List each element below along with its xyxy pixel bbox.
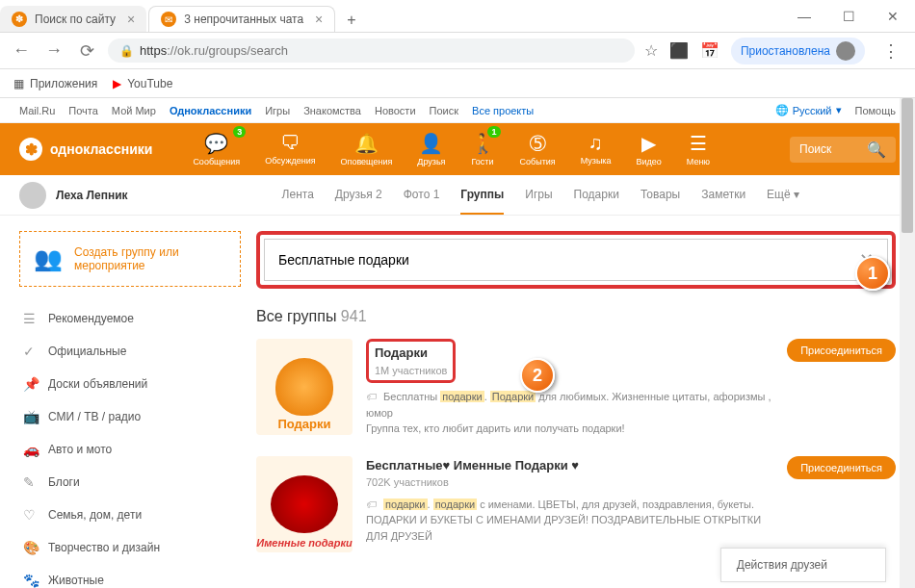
tab-1-close[interactable]: ×	[127, 12, 135, 27]
cat-blogs[interactable]: ✎Блоги	[19, 466, 241, 499]
result-1-title[interactable]: Подарки	[375, 344, 447, 363]
new-tab-button[interactable]: +	[337, 6, 365, 32]
results-column: ✕ Все группы 941 Подарки Подарки 1М учас…	[256, 231, 896, 588]
result-2-title[interactable]: Бесплатные♥ Именные Подарки ♥	[366, 456, 773, 475]
topnav-search[interactable]: Поиск	[430, 105, 458, 116]
back-button[interactable]: ←	[10, 40, 33, 61]
messages-icon: 💬	[204, 132, 228, 155]
search-icon: 🔍	[867, 141, 886, 159]
cat-family[interactable]: ♡Семья, дом, дети	[19, 499, 241, 531]
header-search[interactable]: 🔍	[790, 137, 896, 163]
cat-art[interactable]: 🎨Творчество и дизайн	[19, 531, 241, 564]
profile-tabs: Лента Друзья 2 Фото 1 Группы Игры Подарк…	[282, 176, 799, 215]
result-1-tags: 🏷 Бесплатны подарки. Подарки для любимых…	[366, 389, 773, 421]
topnav-mailru[interactable]: Mail.Ru	[19, 105, 55, 116]
edit-icon: ✎	[23, 474, 39, 490]
result-2-image[interactable]: Именные подарки	[256, 456, 353, 552]
user-name[interactable]: Леха Лепник	[56, 189, 128, 202]
check-icon: ✓	[23, 344, 39, 359]
nav-video[interactable]: ▶Видео	[625, 128, 673, 170]
cat-auto[interactable]: 🚗Авто и мото	[19, 433, 241, 466]
create-group-button[interactable]: 👥 Создать группу или мероприятие	[19, 231, 241, 287]
apps-label: Приложения	[30, 77, 97, 90]
menu-icon: ☰	[690, 132, 707, 155]
result-1-image[interactable]: Подарки	[256, 339, 353, 435]
nav-notifications[interactable]: 🔔Оповещения	[329, 128, 405, 170]
friends-actions-panel[interactable]: Действия друзей	[720, 548, 886, 582]
scrollbar[interactable]	[900, 98, 915, 588]
profile-badge[interactable]: Приостановлена	[731, 38, 865, 64]
nav-discussions[interactable]: 🗨Обсуждения	[253, 128, 327, 170]
language-selector[interactable]: 🌐Русский ▾	[775, 104, 842, 116]
list-icon: ☰	[23, 311, 39, 326]
tab-goods[interactable]: Товары	[640, 176, 680, 215]
cat-official[interactable]: ✓Официальные	[19, 335, 241, 368]
help-link[interactable]: Помощь	[855, 105, 897, 116]
maximize-button[interactable]: ☐	[826, 0, 871, 33]
topnav-news[interactable]: Новости	[375, 105, 416, 116]
palette-icon: 🎨	[23, 540, 39, 555]
sidebar: 👥 Создать группу или мероприятие ☰Рекоме…	[19, 231, 241, 588]
apps-icon: ▦	[13, 77, 24, 90]
hedgehog-icon	[275, 358, 333, 416]
tab-2[interactable]: ✉ 3 непрочитанных чата ×	[148, 6, 335, 32]
apps-button[interactable]: ▦ Приложения	[13, 77, 97, 90]
ok-header: ✽ одноклассники 💬3Сообщения 🗨Обсуждения …	[0, 123, 915, 175]
url-input[interactable]: 🔒 https://ok.ru/groups/search	[108, 38, 635, 63]
nav-music[interactable]: ♫Музыка	[569, 128, 623, 170]
cat-recommended[interactable]: ☰Рекомендуемое	[19, 302, 241, 335]
tab-notes[interactable]: Заметки	[701, 176, 745, 215]
tab-feed[interactable]: Лента	[282, 176, 314, 215]
tab-groups[interactable]: Группы	[460, 176, 504, 215]
user-avatar[interactable]	[19, 182, 46, 209]
scroll-thumb[interactable]	[902, 98, 913, 233]
topnav-all[interactable]: Все проекты	[472, 105, 534, 116]
topnav-ok[interactable]: Одноклассники	[170, 105, 251, 116]
cat-animals[interactable]: 🐾Животные	[19, 564, 241, 588]
tab-1[interactable]: ✽ Поиск по сайту ×	[0, 6, 146, 32]
youtube-label: YouTube	[127, 77, 172, 90]
ok-logo[interactable]: ✽ одноклассники	[19, 138, 152, 161]
nav-guests[interactable]: 🚶1Гости	[459, 128, 507, 170]
result-2: Именные подарки Бесплатные♥ Именные Пода…	[256, 456, 896, 552]
reload-button[interactable]: ⟳	[75, 40, 98, 62]
result-1-members: 1М участников	[375, 363, 447, 379]
cat-media[interactable]: 📺СМИ / ТВ / радио	[19, 400, 241, 433]
tabs-area: ✽ Поиск по сайту × ✉ 3 непрочитанных чат…	[0, 0, 782, 32]
result-1-desc: Группа тех, кто любит дарить или получат…	[366, 421, 773, 437]
address-bar: ← → ⟳ 🔒 https://ok.ru/groups/search ☆ ⬛ …	[0, 33, 915, 69]
result-2-members: 702K участников	[366, 474, 773, 491]
join-button-1[interactable]: Присоединиться	[787, 339, 896, 362]
tab-friends[interactable]: Друзья 2	[335, 176, 382, 215]
group-search-input[interactable]	[278, 252, 859, 268]
bookmark-youtube[interactable]: ▶ YouTube	[113, 77, 172, 90]
tab-2-close[interactable]: ×	[315, 12, 323, 27]
join-button-2[interactable]: Присоединиться	[787, 456, 896, 479]
cat-boards[interactable]: 📌Доски объявлений	[19, 368, 241, 400]
nav-messages[interactable]: 💬3Сообщения	[181, 128, 251, 170]
browser-menu[interactable]: ⋮	[876, 40, 905, 62]
category-list: ☰Рекомендуемое ✓Официальные 📌Доски объяв…	[19, 302, 241, 588]
tab-gifts[interactable]: Подарки	[574, 176, 619, 215]
minimize-button[interactable]: —	[782, 0, 826, 33]
tab-games[interactable]: Игры	[525, 176, 552, 215]
nav-friends[interactable]: 👤Друзья	[405, 128, 457, 170]
bookmarks-bar: ▦ Приложения ▶ YouTube	[0, 69, 915, 98]
topnav-mymir[interactable]: Мой Мир	[112, 105, 156, 116]
topnav-mail[interactable]: Почта	[68, 105, 98, 116]
topnav-dating[interactable]: Знакомства	[303, 105, 361, 116]
star-icon[interactable]: ☆	[644, 41, 658, 60]
tv-icon: 📺	[23, 409, 39, 424]
header-search-input[interactable]	[799, 142, 867, 156]
nav-menu[interactable]: ☰Меню	[675, 128, 721, 170]
close-button[interactable]: ✕	[871, 0, 915, 33]
ext-icon-2[interactable]: 📅	[700, 41, 719, 60]
nav-events[interactable]: ➄События	[509, 128, 567, 170]
tab-photos[interactable]: Фото 1	[404, 176, 440, 215]
brand-text: одноклассники	[50, 141, 152, 157]
topnav-games[interactable]: Игры	[265, 105, 290, 116]
ext-icon-1[interactable]: ⬛	[669, 41, 689, 60]
forward-button[interactable]: →	[42, 40, 65, 61]
tab-more[interactable]: Ещё ▾	[767, 176, 799, 215]
url-scheme: https	[140, 43, 167, 58]
